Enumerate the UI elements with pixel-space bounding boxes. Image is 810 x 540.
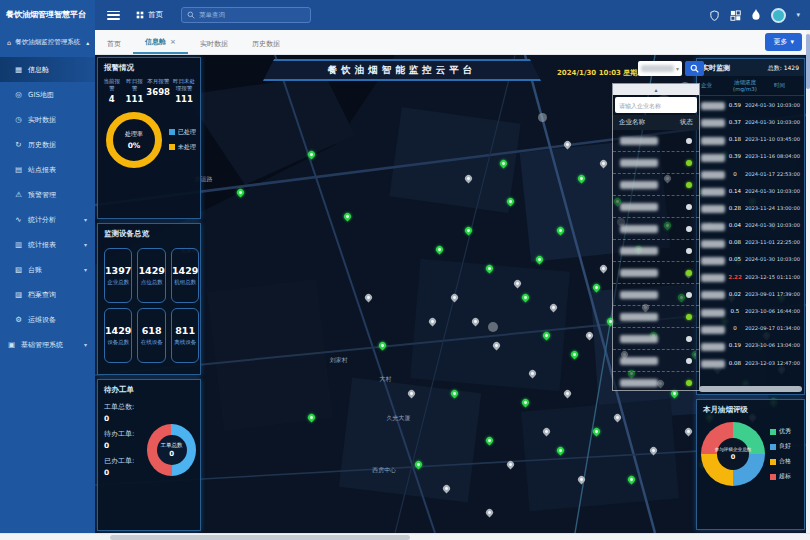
- sidebar-item-档案查询[interactable]: ▨档案查询: [0, 282, 95, 307]
- tab-label: 首页: [107, 39, 121, 49]
- alarm-stat: 本月报警3698: [146, 78, 170, 104]
- device-stat-label: 在线设备: [141, 339, 163, 346]
- chevron-down-icon[interactable]: ▾: [796, 11, 800, 19]
- archive-icon: ▨: [14, 290, 23, 299]
- home-shortcut[interactable]: 首页: [136, 10, 163, 20]
- company-list-item[interactable]: [613, 372, 699, 390]
- company-list-item[interactable]: [613, 196, 699, 218]
- realtime-table-row[interactable]: 0.082023-11-01 22:25:00: [697, 234, 804, 251]
- realtime-company-cell: [701, 319, 725, 338]
- realtime-table-row[interactable]: 0.142024-01-30 10:03:00: [697, 182, 804, 199]
- rating-legend-item: 超标: [770, 472, 791, 481]
- realtime-table-row[interactable]: 0.192023-10-06 13:04:00: [697, 337, 804, 354]
- sidebar-item-label: 台账: [28, 265, 42, 275]
- vertical-scrollbar[interactable]: [806, 30, 810, 533]
- realtime-time-cell: 2024-01-30 10:03:00: [745, 222, 800, 228]
- realtime-table-row[interactable]: 0.392023-11-16 08:04:00: [697, 148, 804, 165]
- close-icon[interactable]: ×: [170, 38, 176, 46]
- tab-历史数据[interactable]: 历史数据: [240, 33, 292, 54]
- company-name-redacted: [701, 257, 725, 265]
- more-button[interactable]: 更多▾: [765, 33, 802, 51]
- realtime-table-scrollbar[interactable]: [699, 386, 802, 392]
- realtime-concentration-cell: 0: [725, 325, 745, 331]
- sidebar-item-label: 实时数据: [28, 115, 56, 125]
- sidebar-item-预警管理[interactable]: ⚠预警管理: [0, 182, 95, 207]
- sidebar-item-label: 信息舱: [28, 65, 49, 75]
- tab-信息舱[interactable]: 信息舱×: [133, 31, 188, 54]
- sidebar-item-实时数据[interactable]: ◷实时数据: [0, 107, 95, 132]
- apps-icon[interactable]: [730, 10, 741, 21]
- sidebar-section-monitoring-system[interactable]: ⌂ 餐饮油烟监控管理系统 ▴: [0, 28, 95, 57]
- sidebar-item-统计分析[interactable]: ∿统计分析▾: [0, 207, 95, 232]
- menu-search-input[interactable]: [199, 11, 305, 19]
- tab-bar: 首页信息舱×实时数据历史数据 更多▾: [95, 30, 810, 55]
- selected-company-redacted: [641, 65, 674, 72]
- company-list-item[interactable]: [613, 152, 699, 174]
- sidebar-item-信息舱[interactable]: ▦信息舱: [0, 57, 95, 82]
- realtime-time-cell: 2023-11-01 22:25:00: [745, 239, 800, 245]
- tab-实时数据[interactable]: 实时数据: [188, 33, 240, 54]
- realtime-table-row[interactable]: 0.52023-10-06 16:44:00: [697, 302, 804, 319]
- realtime-table-row[interactable]: 0.052024-01-30 10:03:00: [697, 251, 804, 268]
- sidebar-item-台账[interactable]: ▧台账▾: [0, 257, 95, 282]
- workorder-stat-label: 已办工单:: [104, 456, 147, 466]
- realtime-table-row[interactable]: 0.592024-01-30 10:03:00: [697, 96, 804, 113]
- legend-label: 合格: [779, 457, 791, 466]
- column-time: 时间: [759, 82, 800, 89]
- realtime-time-cell: 2023-10-06 13:04:00: [745, 342, 800, 348]
- realtime-table-row[interactable]: 0.282023-11-24 13:00:00: [697, 199, 804, 216]
- realtime-table-row[interactable]: 02022-09-17 01:34:00: [697, 320, 804, 337]
- company-list-item[interactable]: [613, 306, 699, 328]
- tabs-container: 首页信息舱×实时数据历史数据: [95, 31, 292, 54]
- company-list-item[interactable]: [613, 350, 699, 372]
- company-list-item[interactable]: [613, 262, 699, 284]
- flame-icon[interactable]: [751, 9, 761, 21]
- company-list-item[interactable]: [613, 328, 699, 350]
- tab-label: 实时数据: [200, 39, 228, 49]
- company-select[interactable]: ▾: [638, 61, 682, 76]
- alarm-legend-item: 未处理: [169, 143, 196, 152]
- alarm-legend: 已处理未处理: [169, 128, 196, 152]
- realtime-company-cell: [701, 164, 725, 183]
- workorder-stat-value: 0: [104, 414, 147, 423]
- alarm-stat: 昨日报警111: [124, 78, 146, 104]
- realtime-table-row[interactable]: 2.222023-12-15 01:11:00: [697, 268, 804, 285]
- menu-search-box: [181, 7, 311, 23]
- company-search-button[interactable]: [685, 61, 704, 76]
- company-list-item[interactable]: [613, 240, 699, 262]
- device-stat-value: 1429: [172, 265, 198, 276]
- realtime-table-row[interactable]: 0.182023-11-10 03:45:00: [697, 131, 804, 148]
- horizontal-scrollbar-thumb[interactable]: [110, 535, 410, 540]
- company-list-item[interactable]: [613, 174, 699, 196]
- vertical-scrollbar-thumb[interactable]: [806, 34, 810, 89]
- avatar[interactable]: [771, 8, 786, 23]
- sidebar-item-GIS地图[interactable]: ◎GIS地图: [0, 82, 95, 107]
- tab-label: 历史数据: [252, 39, 280, 49]
- sidebar-item-统计报表[interactable]: ▥统计报表▾: [0, 232, 95, 257]
- sidebar-item-站点报表[interactable]: ▤站点报表: [0, 157, 95, 182]
- horizontal-scrollbar[interactable]: [0, 533, 810, 540]
- sidebar-item-label: 统计分析: [28, 215, 56, 225]
- company-list-item[interactable]: [613, 284, 699, 306]
- realtime-table-row[interactable]: 0.022023-09-01 17:39:00: [697, 285, 804, 302]
- column-company: 企业: [701, 82, 731, 89]
- realtime-table-row[interactable]: 0.082023-12-03 12:47:00: [697, 354, 804, 371]
- company-list-item[interactable]: [613, 130, 699, 152]
- sidebar-item-基础管理系统[interactable]: ▣基础管理系统▾: [0, 332, 95, 357]
- alarm-stat-value: 111: [124, 94, 146, 104]
- compass-icon: ◎: [14, 90, 23, 99]
- sidebar-item-运维设备[interactable]: ⚙运维设备: [0, 307, 95, 332]
- realtime-table-row[interactable]: 0.042024-01-30 10:03:00: [697, 217, 804, 234]
- realtime-table-row[interactable]: 02024-01-17 22:53:00: [697, 165, 804, 182]
- company-name-input[interactable]: [619, 102, 693, 109]
- dropdown-collapse-button[interactable]: ▴: [613, 84, 699, 95]
- sidebar-item-历史数据[interactable]: ↻历史数据: [0, 132, 95, 157]
- tab-首页[interactable]: 首页: [95, 33, 133, 54]
- company-list-item[interactable]: [613, 218, 699, 240]
- shield-icon[interactable]: [709, 10, 720, 21]
- menu-toggle-icon[interactable]: [107, 11, 120, 20]
- realtime-time-cell: 2022-09-17 01:34:00: [745, 325, 800, 331]
- realtime-company-cell: [701, 130, 725, 149]
- device-stat-box: 1429设备总数: [104, 308, 132, 363]
- realtime-table-row[interactable]: 0.372024-01-30 10:03:00: [697, 113, 804, 130]
